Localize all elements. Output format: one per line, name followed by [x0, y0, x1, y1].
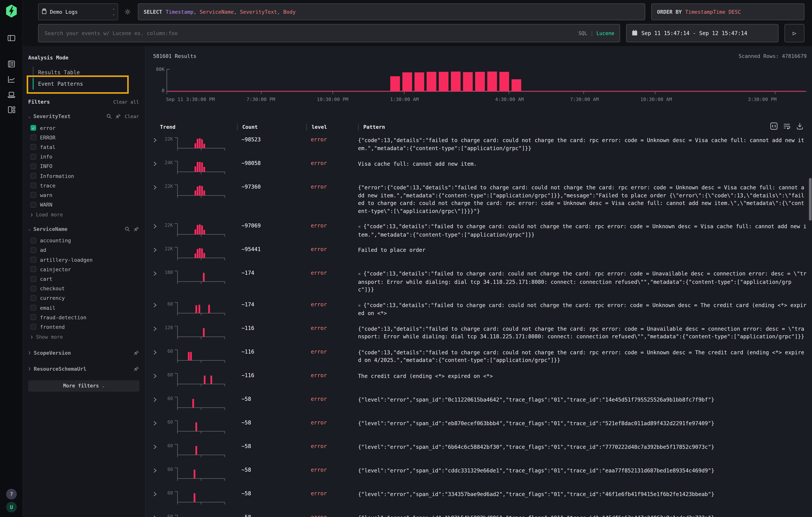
pattern-row[interactable]: 22K~98523error{"code":13,"details":"fail… — [153, 132, 807, 156]
run-query-button[interactable]: ▷ — [785, 24, 804, 42]
hyperdx-logo-icon[interactable] — [5, 5, 17, 18]
exclude-pattern-icon[interactable]: × — [358, 224, 361, 229]
dashboards-icon[interactable] — [7, 106, 16, 114]
vertical-scrollbar[interactable] — [809, 178, 812, 221]
filter-option-frontend[interactable]: frontend — [28, 322, 139, 332]
checkbox[interactable] — [30, 238, 36, 243]
download-icon[interactable] — [796, 122, 804, 130]
pattern-cell[interactable]: {"level":"error","span_id":"eb870ecef063… — [358, 419, 807, 427]
clear-all-filters-button[interactable]: Clear all — [113, 99, 139, 105]
pattern-cell[interactable]: {"level":"error","span_id":"334357bae9ed… — [358, 490, 807, 498]
pattern-row[interactable]: 180~174error×{"code":13,"details":"faile… — [153, 265, 807, 297]
pattern-row[interactable]: 60~58error{"level":"error","span_id":"6b… — [153, 439, 807, 462]
pattern-row[interactable]: 60~174error×{"code":13,"details":"failed… — [153, 297, 807, 321]
filter-group-name[interactable]: SeverityText — [33, 113, 70, 119]
filter-option-email[interactable]: email — [28, 303, 139, 312]
pin-icon[interactable] — [116, 114, 121, 119]
pattern-cell[interactable]: {"level":"error","span_id":"b92b54b6882b… — [358, 514, 807, 517]
filter-option-warn[interactable]: warn — [28, 190, 139, 200]
exclude-pattern-icon[interactable]: × — [358, 303, 361, 308]
checkbox[interactable] — [30, 324, 36, 330]
filter-option-ERROR[interactable]: ERROR — [28, 133, 139, 142]
pattern-row[interactable]: 60~116error{"code":13,"details":"failed … — [153, 344, 807, 368]
filter-group-resourceschemaurl[interactable]: ❯ ResourceSchemaUrl — [28, 366, 139, 372]
mode-lucene-button[interactable]: Lucene — [597, 30, 614, 36]
more-filters-button[interactable]: More filters ⌄ — [28, 380, 139, 392]
expand-row-chevron-icon[interactable] — [153, 468, 160, 474]
filter-option-currency[interactable]: currency — [28, 293, 139, 303]
filter-group-scopeversion[interactable]: ❯ ScopeVersion — [28, 349, 139, 356]
column-separator[interactable] — [237, 124, 238, 130]
expand-row-chevron-icon[interactable] — [153, 444, 160, 450]
pattern-cell[interactable]: ×{"code":13,"details":"failed to charge … — [358, 223, 807, 238]
pin-icon[interactable] — [134, 350, 139, 355]
filter-option-ad[interactable]: ad — [28, 246, 139, 255]
expand-row-chevron-icon[interactable] — [153, 185, 160, 191]
pattern-row[interactable]: 24K~98058errorVisa cache full: cannot ad… — [153, 156, 807, 179]
expand-row-chevron-icon[interactable] — [153, 515, 160, 517]
service-show-more[interactable]: ❯ Show more — [30, 334, 139, 340]
column-header-pattern[interactable]: Pattern — [364, 124, 385, 130]
filter-option-accounting[interactable]: accounting — [28, 236, 139, 245]
checkbox[interactable] — [30, 257, 36, 262]
search-input[interactable] — [44, 30, 575, 36]
column-header-count[interactable]: Count — [242, 124, 258, 130]
histogram-canvas[interactable] — [166, 68, 807, 96]
checkbox[interactable] — [30, 192, 36, 198]
checkbox[interactable] — [30, 173, 36, 179]
pattern-row[interactable]: 60~58error{"level":"error","span_id":"b9… — [153, 510, 807, 517]
checkbox[interactable] — [30, 286, 36, 291]
user-avatar[interactable]: U — [6, 502, 17, 512]
pattern-row[interactable]: 60~58error{"level":"error","span_id":"eb… — [153, 415, 807, 439]
filter-option-cart[interactable]: cart — [28, 274, 139, 284]
pattern-row[interactable]: 60~58error{"level":"error","span_id":"33… — [153, 486, 807, 510]
select-clause-editor[interactable]: SELECT Timestamp, ServiceName, SeverityT… — [138, 3, 645, 20]
view-source-code-icon[interactable] — [770, 122, 778, 130]
search-icon[interactable] — [107, 114, 112, 119]
checkbox[interactable] — [30, 247, 36, 253]
column-header-level[interactable]: level — [312, 124, 327, 130]
filter-option-artillery-loadgen[interactable]: artillery-loadgen — [28, 255, 139, 264]
pattern-row[interactable]: 22K~97360error{"error":{"code":13,"detai… — [153, 179, 807, 218]
filter-option-WARN[interactable]: WARN — [28, 200, 139, 209]
analysis-mode-item-event-patterns[interactable]: Event Patterns — [33, 78, 123, 89]
events-histogram[interactable]: 80K 0 Sep 11 3:30:00 PM7:30:00 PM10:30:0… — [153, 68, 807, 103]
wrap-lines-icon[interactable] — [783, 122, 791, 130]
filter-option-cainjector[interactable]: cainjector — [28, 265, 139, 274]
expand-row-chevron-icon[interactable] — [153, 271, 160, 277]
expand-row-chevron-icon[interactable] — [153, 162, 160, 167]
pattern-cell[interactable]: {"code":13,"details":"failed to charge c… — [358, 136, 807, 152]
checkbox[interactable] — [30, 295, 36, 301]
analysis-mode-item-results-table[interactable]: Results Table — [33, 67, 123, 78]
checkbox[interactable] — [30, 164, 36, 169]
expand-row-chevron-icon[interactable] — [153, 492, 160, 497]
chevron-down-icon[interactable]: ⌄ — [28, 114, 31, 119]
pattern-row[interactable]: 60~58error{"level":"error","span_id":"0c… — [153, 392, 807, 415]
pattern-cell[interactable]: Failed to place order — [358, 246, 807, 254]
pattern-cell[interactable]: {"level":"error","span_id":"cddc331329e6… — [358, 466, 807, 474]
expand-row-chevron-icon[interactable] — [153, 224, 160, 230]
expand-row-chevron-icon[interactable] — [153, 350, 160, 356]
filter-option-error[interactable]: ✓error — [28, 123, 139, 133]
checkbox[interactable] — [30, 315, 36, 320]
pattern-cell[interactable]: {"code":13,"details":"failed to charge c… — [358, 348, 807, 364]
severity-load-more[interactable]: ❯ Load more — [30, 212, 139, 217]
pattern-cell[interactable]: {"level":"error","span_id":"0c11220615ba… — [358, 396, 807, 403]
filter-option-info[interactable]: info — [28, 152, 139, 161]
sessions-monitor-icon[interactable] — [7, 90, 16, 99]
clear-severity-filter[interactable]: Clear — [125, 113, 139, 119]
filter-group-name[interactable]: ServiceName — [33, 226, 67, 232]
source-settings-gear-icon[interactable] — [124, 3, 132, 20]
checkbox[interactable] — [30, 154, 36, 160]
filter-option-checkout[interactable]: checkout — [28, 284, 139, 293]
filter-option-INFO[interactable]: INFO — [28, 162, 139, 171]
time-range-picker[interactable]: Sep 11 15:47:14 - Sep 12 15:47:14 — [626, 24, 779, 42]
pattern-cell[interactable]: {"level":"error","span_id":"6b64c6c58842… — [358, 443, 807, 451]
checkbox[interactable] — [30, 182, 36, 188]
orderby-editor[interactable]: ORDER BY TimestampTime DESC — [651, 3, 804, 20]
checkbox[interactable] — [30, 202, 36, 207]
help-button[interactable]: ? — [6, 489, 17, 499]
expand-row-chevron-icon[interactable] — [153, 326, 160, 332]
pin-icon[interactable] — [134, 226, 139, 231]
search-icon[interactable] — [124, 226, 130, 231]
